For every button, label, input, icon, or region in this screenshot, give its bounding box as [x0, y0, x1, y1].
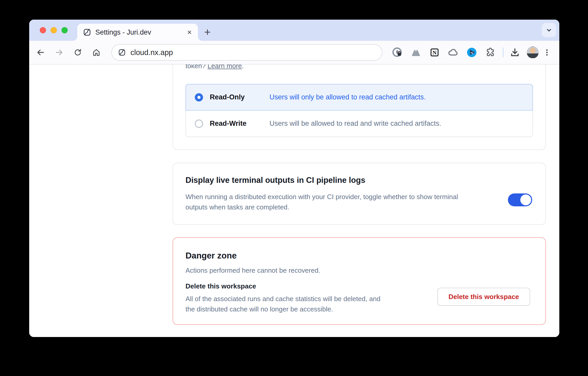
- iq-play-icon: IQ: [466, 46, 478, 58]
- tab-strip: Settings - Juri.dev × +: [29, 20, 559, 41]
- new-tab-button[interactable]: +: [200, 24, 215, 41]
- home-icon: [92, 48, 101, 57]
- download-icon: [509, 47, 521, 58]
- terminal-desc-line-1: When running a distributed execution wit…: [185, 192, 533, 202]
- tab-close-icon[interactable]: ×: [187, 28, 192, 36]
- delete-workspace-button[interactable]: Delete this workspace: [437, 288, 530, 306]
- token-help-prefix: token?: [185, 65, 206, 70]
- notion-icon: N: [429, 47, 440, 58]
- radio-unselected-icon[interactable]: [195, 120, 203, 128]
- cloud-icon: [447, 46, 459, 58]
- address-bar[interactable]: cloud.nx.app: [111, 44, 382, 61]
- profile-avatar[interactable]: [527, 46, 539, 58]
- toggle-knob: [520, 194, 531, 205]
- window-close-button[interactable]: [40, 27, 46, 33]
- radio-selected-icon[interactable]: [195, 93, 203, 101]
- read-only-description: Users will only be allowed to read cache…: [269, 93, 426, 101]
- terminal-card-description: When running a distributed execution wit…: [185, 192, 533, 212]
- tab-search-chevron-button[interactable]: [542, 23, 556, 37]
- access-settings-card: token? Learn more. Read-Only Users will …: [173, 65, 546, 150]
- learn-more-link[interactable]: Learn more: [207, 65, 242, 70]
- terminal-outputs-toggle[interactable]: [508, 193, 532, 206]
- back-button[interactable]: [33, 45, 48, 60]
- token-help-text: token? Learn more.: [185, 65, 533, 71]
- browser-window: Settings - Juri.dev × +: [29, 20, 559, 337]
- token-help-suffix: .: [242, 65, 244, 70]
- iq-player-extension-icon[interactable]: IQ: [465, 45, 479, 60]
- nx-cloud-site-icon: [118, 49, 126, 56]
- terminal-outputs-card: Display live terminal outputs in CI pipe…: [173, 163, 546, 225]
- radio-row-read-only[interactable]: Read-Only Users will only be allowed to …: [185, 84, 533, 111]
- onepassword-icon: [391, 46, 403, 58]
- forward-arrow-icon: [55, 48, 64, 57]
- tab-settings[interactable]: Settings - Juri.dev ×: [77, 24, 198, 41]
- navigation-bar: cloud.nx.app N: [29, 41, 559, 65]
- url-text: cloud.nx.app: [130, 48, 173, 57]
- chevron-down-icon: [545, 26, 553, 34]
- terminal-desc-line-2: outputs when tasks are completed.: [185, 202, 533, 212]
- access-level-radio-group: Read-Only Users will only be allowed to …: [185, 84, 533, 137]
- danger-zone-subtitle: Actions performed here cannot be recover…: [185, 266, 533, 275]
- home-button[interactable]: [89, 45, 104, 60]
- nx-cloud-favicon: [83, 28, 91, 36]
- terminal-card-title: Display live terminal outputs in CI pipe…: [185, 175, 533, 186]
- radio-row-read-write[interactable]: Read-Write Users will be allowed to read…: [185, 111, 533, 137]
- window-minimize-button[interactable]: [51, 27, 57, 33]
- vpn-extension-icon[interactable]: [409, 45, 423, 60]
- extensions-menu-icon[interactable]: [483, 45, 498, 60]
- mountain-icon: [410, 47, 422, 58]
- password-manager-extension-icon[interactable]: [390, 45, 405, 60]
- reload-button[interactable]: [71, 45, 85, 60]
- downloads-button[interactable]: [508, 45, 522, 60]
- svg-text:N: N: [432, 49, 437, 56]
- back-arrow-icon: [36, 48, 45, 57]
- browser-menu-button[interactable]: [541, 45, 553, 60]
- window-zoom-button[interactable]: [61, 27, 68, 33]
- kebab-menu-icon: [543, 48, 551, 57]
- danger-zone-title: Danger zone: [185, 250, 533, 262]
- puzzle-icon: [485, 47, 496, 58]
- toolbar-divider: [503, 48, 504, 57]
- notion-extension-icon[interactable]: N: [427, 45, 442, 60]
- page-content: token? Learn more. Read-Only Users will …: [29, 65, 559, 337]
- read-only-label: Read-Only: [210, 93, 269, 101]
- tab-title: Settings - Juri.dev: [95, 28, 187, 36]
- read-write-description: Users will be allowed to read and write …: [269, 120, 441, 128]
- svg-text:IQ: IQ: [471, 51, 473, 54]
- cloud-extension-icon[interactable]: [446, 45, 460, 60]
- forward-button[interactable]: [52, 45, 66, 60]
- read-write-label: Read-Write: [210, 120, 269, 128]
- danger-zone-card: Danger zone Actions performed here canno…: [173, 237, 546, 325]
- reload-icon: [73, 48, 82, 57]
